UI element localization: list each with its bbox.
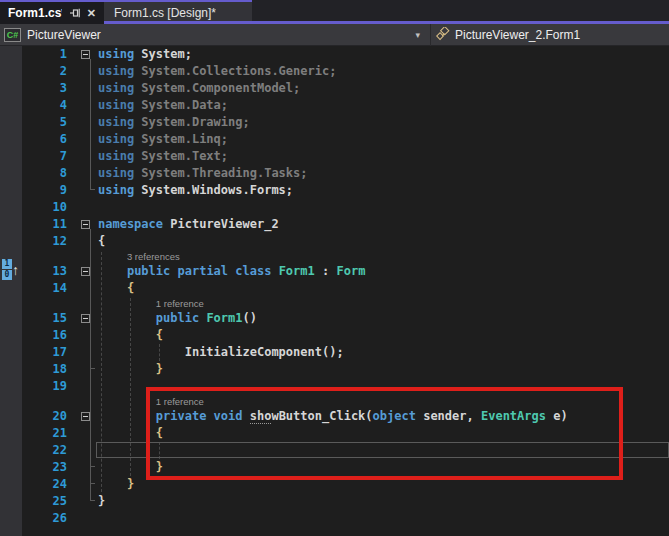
glyph-cell[interactable] [0, 46, 22, 63]
code-text[interactable]: using System.Data; [97, 97, 669, 114]
glyph-cell[interactable] [0, 280, 22, 297]
code-line-5[interactable]: 5using System.Drawing; [0, 114, 669, 131]
code-line-26[interactable]: 26 [0, 510, 669, 527]
code-line-13[interactable]: 13 public partial class Form1 : Form [0, 263, 669, 280]
line-number[interactable]: 8 [22, 165, 67, 182]
code-line-14[interactable]: 14 { [0, 280, 669, 297]
glyph-cell[interactable] [0, 310, 22, 327]
code-line-2[interactable]: 2using System.Collections.Generic; [0, 63, 669, 80]
code-line-12[interactable]: 12{ [0, 233, 669, 250]
code-editor[interactable]: 1using System;2using System.Collections.… [0, 46, 669, 536]
code-line-9[interactable]: 9using System.Windows.Forms; [0, 182, 669, 199]
code-text[interactable]: using System.Linq; [97, 131, 669, 148]
line-number[interactable]: 10 [22, 199, 67, 216]
code-line-10[interactable]: 10 [0, 199, 669, 216]
line-number[interactable]: 26 [22, 510, 67, 527]
code-line-4[interactable]: 4using System.Data; [0, 97, 669, 114]
glyph-cell[interactable] [0, 165, 22, 182]
code-text[interactable]: using System.Threading.Tasks; [97, 165, 669, 182]
line-number[interactable]: 13 [22, 263, 67, 280]
glyph-cell[interactable] [0, 493, 22, 510]
glyph-cell[interactable] [0, 148, 22, 165]
codelens-references[interactable]: 1 reference [0, 297, 669, 310]
line-number[interactable]: 2 [22, 63, 67, 80]
code-text[interactable]: using System; [97, 46, 669, 63]
code-text[interactable]: InitializeComponent(); [97, 344, 669, 361]
code-line-25[interactable]: 25} [0, 493, 669, 510]
glyph-cell[interactable] [0, 131, 22, 148]
fold-toggle-icon[interactable] [81, 314, 90, 323]
code-text[interactable]: public partial class Form1 : Form [97, 263, 669, 280]
glyph-cell[interactable] [0, 510, 22, 527]
fold-toggle-icon[interactable] [81, 412, 90, 421]
glyph-cell[interactable] [0, 344, 22, 361]
code-line-3[interactable]: 3using System.ComponentModel; [0, 80, 669, 97]
glyph-cell[interactable] [0, 233, 22, 250]
code-text[interactable]: namespace PictureViewer_2 [97, 216, 669, 233]
glyph-cell[interactable] [0, 199, 22, 216]
code-text[interactable] [97, 510, 669, 527]
project-dropdown[interactable]: C# PictureViewer ▾ [0, 24, 430, 45]
code-line-6[interactable]: 6using System.Linq; [0, 131, 669, 148]
close-icon[interactable]: ✕ [87, 8, 96, 19]
code-line-11[interactable]: 11namespace PictureViewer_2 [0, 216, 669, 233]
line-number[interactable]: 21 [22, 425, 67, 442]
line-number[interactable]: 9 [22, 182, 67, 199]
code-text[interactable]: public Form1() [97, 310, 669, 327]
code-text[interactable]: { [97, 280, 669, 297]
pin-icon[interactable] [69, 7, 81, 19]
tab-form1-cs[interactable]: Form1.cs* ✕ [0, 0, 104, 24]
code-line-7[interactable]: 7using System.Text; [0, 148, 669, 165]
line-number[interactable]: 1 [22, 46, 67, 63]
glyph-cell[interactable] [0, 442, 22, 459]
codelens-references[interactable]: 3 references [0, 250, 669, 263]
glyph-cell[interactable] [0, 476, 22, 493]
glyph-cell[interactable] [0, 80, 22, 97]
code-text[interactable]: { [97, 327, 669, 344]
code-text[interactable]: using System.Collections.Generic; [97, 63, 669, 80]
codelens-label[interactable]: 3 references [0, 250, 180, 263]
code-text[interactable]: using System.Text; [97, 148, 669, 165]
line-number[interactable]: 4 [22, 97, 67, 114]
code-line-8[interactable]: 8using System.Threading.Tasks; [0, 165, 669, 182]
glyph-cell[interactable] [0, 327, 22, 344]
line-number[interactable]: 23 [22, 459, 67, 476]
glyph-cell[interactable] [0, 361, 22, 378]
code-line-15[interactable]: 15 public Form1() [0, 310, 669, 327]
glyph-cell[interactable] [0, 378, 22, 395]
fold-toggle-icon[interactable] [81, 267, 90, 276]
code-text[interactable]: using System.Windows.Forms; [97, 182, 669, 199]
code-text[interactable]: using System.ComponentModel; [97, 80, 669, 97]
code-line-18[interactable]: 18 } [0, 361, 669, 378]
line-number[interactable]: 15 [22, 310, 67, 327]
code-text[interactable]: using System.Drawing; [97, 114, 669, 131]
code-line-16[interactable]: 16 { [0, 327, 669, 344]
glyph-cell[interactable] [0, 216, 22, 233]
line-number[interactable]: 16 [22, 327, 67, 344]
line-number[interactable]: 24 [22, 476, 67, 493]
code-text[interactable] [97, 199, 669, 216]
line-number[interactable]: 3 [22, 80, 67, 97]
glyph-cell[interactable] [0, 114, 22, 131]
fold-toggle-icon[interactable] [81, 50, 90, 59]
code-line-17[interactable]: 17 InitializeComponent(); [0, 344, 669, 361]
glyph-cell[interactable] [0, 425, 22, 442]
type-dropdown[interactable]: PictureViewer_2.Form1 [431, 24, 669, 45]
code-text[interactable]: { [97, 233, 669, 250]
line-number[interactable]: 22 [22, 442, 67, 459]
line-number[interactable]: 14 [22, 280, 67, 297]
glyph-cell[interactable] [0, 97, 22, 114]
glyph-cell[interactable] [0, 408, 22, 425]
line-number[interactable]: 12 [22, 233, 67, 250]
line-number[interactable]: 5 [22, 114, 67, 131]
line-number[interactable]: 17 [22, 344, 67, 361]
line-number[interactable]: 25 [22, 493, 67, 510]
fold-toggle-icon[interactable] [81, 220, 90, 229]
line-number[interactable]: 18 [22, 361, 67, 378]
code-line-1[interactable]: 1using System; [0, 46, 669, 63]
glyph-cell[interactable] [0, 63, 22, 80]
line-number[interactable]: 11 [22, 216, 67, 233]
glyph-cell[interactable] [0, 182, 22, 199]
line-number[interactable]: 7 [22, 148, 67, 165]
glyph-cell[interactable] [0, 459, 22, 476]
